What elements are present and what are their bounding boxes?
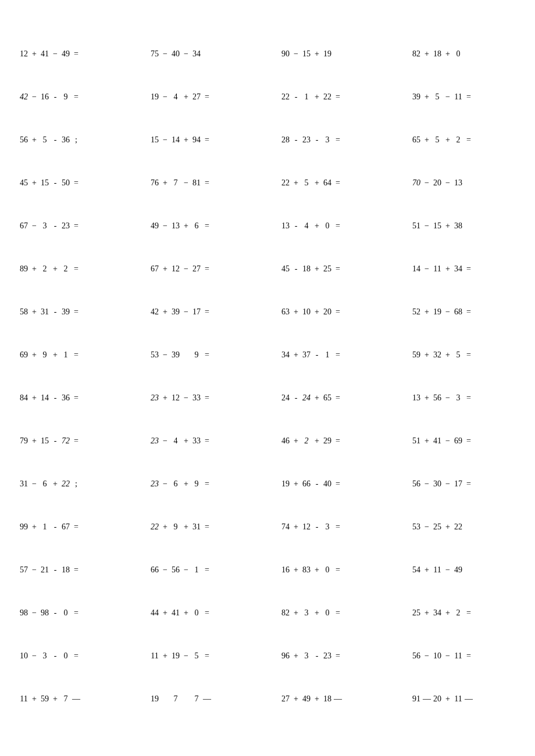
equals-sign: ;	[72, 479, 80, 489]
operand-b: 15	[431, 221, 444, 231]
problem-row: 39+5−11=	[410, 92, 518, 102]
problem-row: 90−15+19	[279, 49, 387, 59]
operand-b: 37	[300, 350, 313, 360]
problem-row: 59+32+5=	[410, 350, 518, 360]
operand-b: 11	[431, 264, 444, 274]
operator-1: +	[161, 393, 169, 403]
equals-sign: =	[465, 651, 473, 661]
operand-c: 2	[452, 608, 465, 618]
operator-2: +	[444, 350, 452, 360]
operand-a: 45	[279, 264, 292, 274]
operand-c: 27	[190, 92, 203, 102]
operand-c: 34	[452, 264, 465, 274]
operand-a: 75	[148, 49, 161, 59]
operand-a: 52	[410, 307, 423, 317]
operand-c: 2	[452, 135, 465, 145]
operand-c: 11	[452, 92, 465, 102]
operator-2: −	[182, 178, 190, 188]
math-worksheet-grid: 12+41−49=75−40−3490−15+1982+18+042−16-9=…	[17, 49, 518, 704]
operand-a: 10	[17, 651, 30, 661]
problem-row: 14−11+34=	[410, 264, 518, 274]
operator-1: +	[292, 608, 300, 618]
problem-row: 75−40−34	[148, 49, 256, 59]
equals-sign: =	[203, 565, 211, 575]
problem-row: 65+5+2=	[410, 135, 518, 145]
operand-b: 10	[300, 307, 313, 317]
operand-a: 79	[17, 436, 30, 446]
operand-a: 57	[17, 565, 30, 575]
problem-row: 13-4+0=	[279, 221, 387, 231]
operand-c: 49	[452, 565, 465, 575]
operand-c: 40	[321, 479, 334, 489]
operand-b: 19	[431, 307, 444, 317]
operator-1: +	[292, 479, 300, 489]
equals-sign: =	[72, 49, 80, 59]
operand-b: 1	[38, 522, 51, 532]
problem-row: 12+41−49=	[17, 49, 125, 59]
operand-a: 67	[148, 264, 161, 274]
equals-sign: =	[465, 135, 473, 145]
problem-row: 44+41+0=	[148, 608, 256, 618]
operand-c: 0	[321, 608, 334, 618]
operator-2: -	[51, 522, 59, 532]
operator-2: −	[444, 92, 452, 102]
operand-c: 0	[59, 608, 72, 618]
equals-sign: =	[465, 608, 473, 618]
problem-row: 22+9+31=	[148, 522, 256, 532]
operator-2: −	[182, 264, 190, 274]
problem-row: 34+37-1=	[279, 350, 387, 360]
operator-2: -	[313, 522, 321, 532]
equals-sign: =	[465, 479, 473, 489]
operator-2: +	[313, 608, 321, 618]
operand-c: 22	[452, 522, 465, 532]
operator-2: -	[51, 92, 59, 102]
operand-c: 7	[190, 694, 203, 704]
operator-1: +	[292, 694, 300, 704]
operand-c: 33	[190, 436, 203, 446]
problem-row: 51+41−69=	[410, 436, 518, 446]
operator-1: −	[423, 221, 431, 231]
operand-a: 13	[410, 393, 423, 403]
operator-1: -	[292, 393, 300, 403]
operand-c: 19	[321, 49, 334, 59]
operand-b: 12	[169, 393, 182, 403]
operand-c: 69	[452, 436, 465, 446]
operand-b: 9	[169, 522, 182, 532]
operand-a: 22	[279, 178, 292, 188]
equals-sign: ;	[72, 135, 80, 145]
operand-b: 2	[300, 436, 313, 446]
equals-sign: =	[465, 92, 473, 102]
problem-row: 19−4+27=	[148, 92, 256, 102]
operand-a: 19	[279, 479, 292, 489]
equals-sign: =	[72, 608, 80, 618]
operand-b: 56	[169, 565, 182, 575]
operand-b: 41	[38, 49, 51, 59]
operator-1: +	[30, 264, 38, 274]
operand-c: 25	[321, 264, 334, 274]
problem-row: 27+49+18—	[279, 694, 387, 704]
operator-1: +	[423, 393, 431, 403]
operator-2: -	[51, 608, 59, 618]
operand-b: 5	[300, 178, 313, 188]
operand-b: 3	[38, 221, 51, 231]
operand-c: 1	[321, 350, 334, 360]
operand-a: 89	[17, 264, 30, 274]
operator-2: +	[51, 350, 59, 360]
operand-b: 12	[169, 264, 182, 274]
operator-1: +	[292, 651, 300, 661]
operator-1: +	[161, 307, 169, 317]
operator-2: +	[444, 221, 452, 231]
equals-sign: =	[203, 135, 211, 145]
operator-1: +	[423, 307, 431, 317]
operand-c: 50	[59, 178, 72, 188]
operator-1: +	[292, 307, 300, 317]
problem-row: 31−6+22;	[17, 479, 125, 489]
operand-b: 98	[38, 608, 51, 618]
operand-a: 42	[17, 92, 30, 102]
operand-c: 36	[59, 135, 72, 145]
operator-1: +	[30, 49, 38, 59]
operand-a: 53	[148, 350, 161, 360]
equals-sign: =	[334, 92, 342, 102]
operand-c: 5	[452, 350, 465, 360]
operand-a: 31	[17, 479, 30, 489]
